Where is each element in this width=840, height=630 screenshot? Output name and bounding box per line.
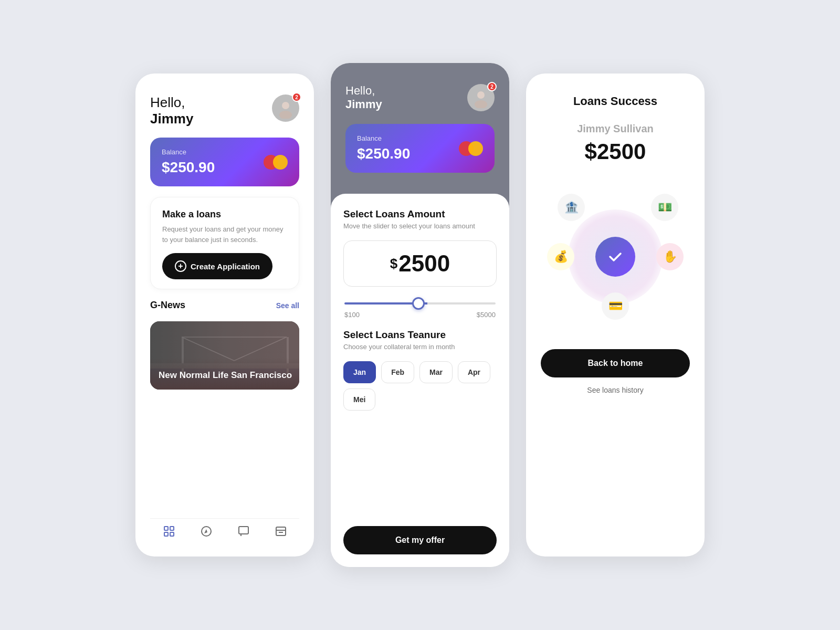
loans-desc: Request your loans and get your money to… bbox=[162, 224, 287, 245]
month-feb[interactable]: Feb bbox=[381, 361, 414, 383]
screen2-bottom: Select Loans Amount Move the slider to s… bbox=[331, 194, 509, 567]
screen2-header: Hello, Jimmy 2 bbox=[345, 84, 495, 111]
screen2: Hello, Jimmy 2 Balance $250.90 bbox=[331, 63, 509, 567]
loans-amount-section: Select Loans Amount Move the slider to s… bbox=[343, 208, 497, 230]
slider-max: $5000 bbox=[477, 311, 496, 319]
loans-slider[interactable] bbox=[344, 302, 496, 304]
amount-value: 2500 bbox=[398, 250, 450, 277]
loans-amount-title: Select Loans Amount bbox=[343, 208, 497, 220]
month-mar[interactable]: Mar bbox=[419, 361, 453, 383]
success-title: Loans Success bbox=[573, 94, 657, 108]
tenure-months: Jan Feb Mar Apr Mei bbox=[343, 361, 497, 411]
create-btn-label: Create Application bbox=[191, 262, 260, 271]
plus-icon: + bbox=[175, 260, 186, 272]
screen2-notification-badge: 2 bbox=[487, 82, 497, 91]
gnews-header: G-News See all bbox=[150, 300, 299, 311]
svg-rect-12 bbox=[164, 527, 168, 530]
bottom-nav bbox=[150, 518, 299, 542]
svg-point-19 bbox=[477, 91, 485, 99]
screens-container: Hello, Jimmy 2 Balance $250.90 bbox=[114, 32, 726, 598]
success-visual: 🏦 💵 💰 ✋ 💳 bbox=[542, 183, 689, 330]
slider-labels: $100 $5000 bbox=[344, 311, 496, 319]
screen2-mc-yellow bbox=[468, 141, 483, 156]
screen1: Hello, Jimmy 2 Balance $250.90 bbox=[135, 74, 314, 556]
success-name: Jimmy Sullivan bbox=[577, 123, 654, 135]
balance-card: Balance $250.90 bbox=[150, 138, 299, 186]
screen2-balance-amount: $250.90 bbox=[357, 145, 410, 162]
nav-chat-icon[interactable] bbox=[237, 525, 250, 540]
svg-rect-13 bbox=[170, 527, 174, 530]
create-application-button[interactable]: + Create Application bbox=[162, 253, 272, 279]
svg-point-20 bbox=[475, 100, 487, 108]
success-amount: $2500 bbox=[585, 139, 646, 164]
tenure-title: Select Loans Teanure bbox=[343, 329, 497, 341]
screen2-greeting-line1: Hello, bbox=[345, 84, 382, 98]
money-icon: 💵 bbox=[651, 194, 678, 221]
bank-icon: 🏦 bbox=[558, 194, 585, 221]
screen2-balance-card: Balance $250.90 bbox=[345, 124, 495, 173]
news-card[interactable]: New Normal Life San Francisco bbox=[150, 321, 299, 390]
svg-rect-11 bbox=[150, 363, 299, 369]
card-icon: 💳 bbox=[602, 292, 629, 320]
month-apr[interactable]: Apr bbox=[458, 361, 490, 383]
nav-compass-icon[interactable] bbox=[200, 525, 213, 540]
mastercard-icon bbox=[264, 155, 288, 170]
greeting: Hello, Jimmy bbox=[150, 94, 193, 127]
mc-yellow-circle bbox=[273, 155, 288, 170]
balance-info: Balance $250.90 bbox=[162, 148, 215, 176]
slider-wrap: $100 $5000 bbox=[343, 297, 497, 319]
see-all-link[interactable]: See all bbox=[276, 301, 299, 310]
hand-icon: ✋ bbox=[656, 243, 684, 270]
get-offer-button[interactable]: Get my offer bbox=[343, 526, 497, 554]
see-loans-history-link[interactable]: See loans history bbox=[587, 386, 643, 394]
screen2-avatar-wrap[interactable]: 2 bbox=[467, 84, 495, 111]
greeting-line1: Hello, bbox=[150, 94, 193, 111]
success-check-circle bbox=[595, 237, 635, 277]
tenure-desc: Choose your collateral term in month bbox=[343, 343, 497, 351]
amount-display: $ 2500 bbox=[343, 240, 497, 287]
month-mei[interactable]: Mei bbox=[343, 388, 375, 411]
avatar-wrap[interactable]: 2 bbox=[272, 94, 299, 122]
svg-point-2 bbox=[282, 102, 289, 109]
screen2-greeting: Hello, Jimmy bbox=[345, 84, 382, 111]
dollar-sign: $ bbox=[390, 256, 397, 272]
bag-icon: 💰 bbox=[547, 243, 574, 270]
screen2-mastercard-icon bbox=[459, 141, 483, 156]
back-to-home-button[interactable]: Back to home bbox=[541, 349, 690, 377]
month-jan[interactable]: Jan bbox=[343, 361, 376, 383]
screen2-greeting-line2: Jimmy bbox=[345, 98, 382, 111]
svg-rect-14 bbox=[164, 532, 168, 536]
balance-label: Balance bbox=[162, 148, 215, 156]
loans-amount-desc: Move the slider to select your loans amo… bbox=[343, 222, 497, 230]
screen2-top: Hello, Jimmy 2 Balance $250.90 bbox=[331, 63, 509, 215]
svg-rect-18 bbox=[276, 527, 286, 536]
loans-title: Make a loans bbox=[162, 209, 287, 220]
balance-amount: $250.90 bbox=[162, 159, 215, 176]
greeting-line2: Jimmy bbox=[150, 111, 193, 127]
nav-inbox-icon[interactable] bbox=[275, 525, 287, 540]
news-text: New Normal Life San Francisco bbox=[159, 370, 292, 381]
nav-home-icon[interactable] bbox=[163, 525, 175, 540]
svg-rect-15 bbox=[170, 532, 174, 536]
loans-card: Make a loans Request your loans and get … bbox=[150, 197, 299, 289]
tenure-section: Select Loans Teanure Choose your collate… bbox=[343, 329, 497, 351]
screen1-header: Hello, Jimmy 2 bbox=[150, 94, 299, 127]
slider-min: $100 bbox=[344, 311, 360, 319]
screen3: Loans Success Jimmy Sullivan $2500 🏦 💵 💰… bbox=[526, 74, 705, 556]
svg-rect-17 bbox=[239, 527, 248, 534]
gnews-title: G-News bbox=[150, 300, 185, 311]
screen2-balance-label: Balance bbox=[357, 134, 410, 142]
screen2-balance-info: Balance $250.90 bbox=[357, 134, 410, 162]
notification-badge: 2 bbox=[292, 92, 301, 102]
